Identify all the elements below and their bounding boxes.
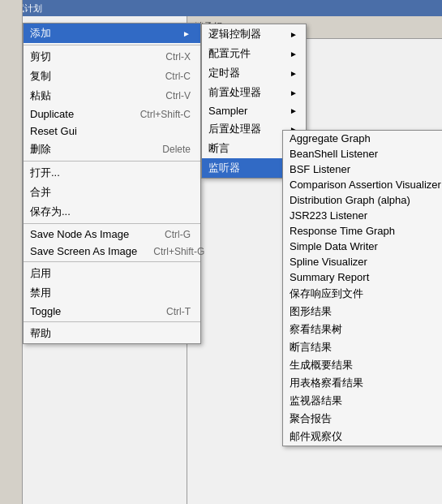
listener-summary[interactable]: Summary Report xyxy=(283,269,442,285)
menu-item-save-node-shortcut: Ctrl-G xyxy=(165,229,191,240)
menu-item-paste[interactable]: 粘贴 Ctrl-V xyxy=(24,86,200,106)
menu-item-cut-shortcut: Ctrl-X xyxy=(165,51,191,62)
listener-generate-summary-label: 生成概要结果 xyxy=(290,358,353,373)
listener-distribution-graph[interactable]: Distribution Graph (alpha) xyxy=(283,192,442,208)
menu-item-reset-gui-label: Reset Gui xyxy=(30,125,77,137)
menu-item-cut-label: 剪切 xyxy=(30,50,51,64)
menu-item-toggle-label: Toggle xyxy=(30,305,61,317)
listener-jsr223-label: JSR223 Listener xyxy=(290,209,367,222)
listener-table-results-label: 用表格察看结果 xyxy=(290,376,363,390)
menu-item-enable[interactable]: 启用 xyxy=(24,264,200,283)
listener-assertion-results[interactable]: 断言结果 xyxy=(283,338,442,356)
menu-item-toggle-shortcut: Ctrl-T xyxy=(166,306,191,317)
listener-monitor-results[interactable]: 监视器结果 xyxy=(283,392,442,410)
submenu-config-label: 配置元件 xyxy=(208,46,251,61)
listener-aggregate-report-label: 聚合报告 xyxy=(290,411,332,426)
listener-response-time-label: Response Time Graph xyxy=(290,225,395,237)
menu-item-duplicate-shortcut: Ctrl+Shift-C xyxy=(140,109,191,120)
menu-item-delete[interactable]: 删除 Delete xyxy=(24,140,200,159)
menu-sep-5 xyxy=(24,321,200,322)
menu-item-save-screen[interactable]: Save Screen As Image Ctrl+Shift-G xyxy=(24,243,200,260)
menu-item-save-screen-label: Save Screen As Image xyxy=(30,245,137,257)
menu-item-disable-label: 禁用 xyxy=(30,286,51,300)
menu-item-paste-shortcut: Ctrl-V xyxy=(165,90,191,101)
submenu-timer-arrow: ► xyxy=(290,69,298,78)
title-bar: 测试计划 xyxy=(0,0,442,16)
listener-comparison-label: Comparison Assertion Visualizer xyxy=(290,179,441,191)
listener-graph-results[interactable]: 图形结果 xyxy=(283,303,442,321)
menu-item-open-label: 打开... xyxy=(30,166,60,180)
submenu-config-arrow: ► xyxy=(290,50,298,58)
menu-item-save-node[interactable]: Save Node As Image Ctrl-G xyxy=(24,226,200,243)
listener-spline-label: Spline Visualizer xyxy=(290,256,367,268)
submenu-logic-arrow: ► xyxy=(290,30,298,39)
menu-item-add-label: 添加 xyxy=(30,26,51,41)
menu-item-save-node-label: Save Node As Image xyxy=(30,228,129,240)
listener-simple-data-label: Simple Data Writer xyxy=(290,240,378,252)
menu-sep-3 xyxy=(24,223,200,224)
submenu-pre-processor[interactable]: 前置处理器 ► xyxy=(202,83,306,102)
listener-graph-results-label: 图形结果 xyxy=(290,304,332,319)
listener-response-time[interactable]: Response Time Graph xyxy=(283,223,442,239)
menu-sep-2 xyxy=(24,161,200,162)
listener-mail-viewer[interactable]: 邮件观察仪 xyxy=(283,428,442,446)
listener-aggregate-report[interactable]: 聚合报告 xyxy=(283,410,442,428)
listener-table-results[interactable]: 用表格察看结果 xyxy=(283,374,442,392)
menu-item-open[interactable]: 打开... xyxy=(24,163,200,183)
listener-spline[interactable]: Spline Visualizer xyxy=(283,254,442,269)
menu-item-help[interactable]: 帮助 xyxy=(24,324,200,343)
submenu-pre-label: 前置处理器 xyxy=(208,85,261,100)
submenu-logic-label: 逻辑控制器 xyxy=(208,27,261,41)
listener-mail-viewer-label: 邮件观察仪 xyxy=(290,429,342,444)
menu-sep-4 xyxy=(24,261,200,262)
submenu-assertion-label: 断言 xyxy=(208,141,230,156)
listener-save-response[interactable]: 保存响应到文件 xyxy=(283,285,442,303)
listener-summary-label: Summary Report xyxy=(290,271,369,283)
submenu-config-element[interactable]: 配置元件 ► xyxy=(202,44,306,63)
listener-beanshell-label: BeanShell Listener xyxy=(290,148,378,160)
submenu-sampler-arrow: ► xyxy=(290,106,298,115)
listener-bsf-label: BSF Listener xyxy=(290,163,350,175)
submenu-pre-arrow: ► xyxy=(290,88,298,97)
submenu-timer-label: 定时器 xyxy=(208,66,240,80)
submenu-listener-menu: Aggregate Graph BeanShell Listener BSF L… xyxy=(282,130,442,446)
menu-item-save-as[interactable]: 保存为... xyxy=(24,202,200,222)
menu-item-merge-label: 合并 xyxy=(30,185,51,200)
submenu-sampler-label: Sampler xyxy=(208,105,247,117)
listener-beanshell[interactable]: BeanShell Listener xyxy=(283,146,442,162)
toolbar-area xyxy=(0,0,23,504)
listener-simple-data[interactable]: Simple Data Writer xyxy=(283,239,442,254)
listener-distribution-label: Distribution Graph (alpha) xyxy=(290,194,410,206)
menu-item-save-screen-shortcut: Ctrl+Shift-G xyxy=(153,246,204,257)
listener-jsr223[interactable]: JSR223 Listener xyxy=(283,208,442,223)
menu-item-add-arrow: ► xyxy=(182,29,191,38)
menu-item-copy-label: 复制 xyxy=(30,69,51,84)
menu-item-cut[interactable]: 剪切 Ctrl-X xyxy=(24,47,200,67)
submenu-sampler[interactable]: Sampler ► xyxy=(202,102,306,119)
submenu-listener-label: 监听器 xyxy=(208,161,240,175)
menu-item-merge[interactable]: 合并 xyxy=(24,183,200,202)
menu-item-copy-shortcut: Ctrl-C xyxy=(165,71,191,82)
listener-aggregate-graph-label: Aggregate Graph xyxy=(290,132,371,144)
submenu-timer[interactable]: 定时器 ► xyxy=(202,63,306,83)
context-menu: 添加 ► 剪切 Ctrl-X 复制 Ctrl-C 粘贴 Ctrl-V Dupli… xyxy=(23,23,201,344)
menu-item-reset-gui[interactable]: Reset Gui xyxy=(24,123,200,140)
menu-item-duplicate[interactable]: Duplicate Ctrl+Shift-C xyxy=(24,106,200,123)
menu-item-help-label: 帮助 xyxy=(30,326,51,341)
menu-item-enable-label: 启用 xyxy=(30,266,51,281)
menu-item-save-as-label: 保存为... xyxy=(30,205,71,219)
submenu-logic-controller[interactable]: 逻辑控制器 ► xyxy=(202,24,306,44)
menu-item-delete-shortcut: Delete xyxy=(162,144,191,155)
listener-view-results-tree[interactable]: 察看结果树 xyxy=(283,321,442,338)
menu-item-paste-label: 粘贴 xyxy=(30,88,51,103)
listener-view-results-tree-label: 察看结果树 xyxy=(290,322,342,337)
listener-comparison-assertion[interactable]: Comparison Assertion Visualizer xyxy=(283,177,442,192)
menu-item-toggle[interactable]: Toggle Ctrl-T xyxy=(24,303,200,320)
listener-aggregate-graph[interactable]: Aggregate Graph xyxy=(283,131,442,146)
menu-item-disable[interactable]: 禁用 xyxy=(24,283,200,303)
menu-item-add[interactable]: 添加 ► xyxy=(24,24,200,43)
listener-monitor-results-label: 监视器结果 xyxy=(290,394,342,408)
listener-generate-summary[interactable]: 生成概要结果 xyxy=(283,356,442,374)
menu-item-copy[interactable]: 复制 Ctrl-C xyxy=(24,67,200,86)
listener-bsf[interactable]: BSF Listener xyxy=(283,162,442,177)
